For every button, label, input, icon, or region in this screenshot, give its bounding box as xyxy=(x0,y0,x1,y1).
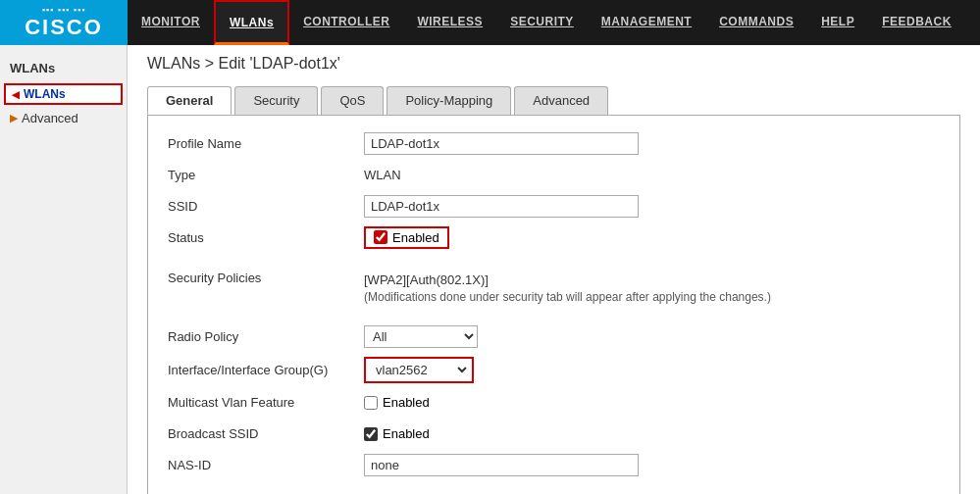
security-policies-label: Security Policies xyxy=(168,271,364,285)
main-content: WLANs > Edit 'LDAP-dot1x' General Securi… xyxy=(128,45,980,494)
tabs-bar: General Security QoS Policy-Mapping Adva… xyxy=(147,86,960,116)
cisco-logo: ▪▪▪ ▪▪▪ ▪▪▪ CISCO xyxy=(0,0,128,45)
broadcast-label: Broadcast SSID xyxy=(168,426,364,441)
radio-policy-row: Radio Policy All 802.11a only 802.11b/g … xyxy=(168,325,940,349)
nasid-row: NAS-ID xyxy=(168,454,940,477)
nav-wireless[interactable]: WIRELESS xyxy=(403,0,496,45)
multicast-wrapper: Enabled xyxy=(364,395,430,410)
top-navigation: ▪▪▪ ▪▪▪ ▪▪▪ CISCO MONITOR WLANs CONTROLL… xyxy=(0,0,980,45)
multicast-row: Multicast Vlan Feature Enabled xyxy=(168,391,940,415)
multicast-text: Enabled xyxy=(383,395,430,410)
status-label: Status xyxy=(168,230,364,245)
security-policies-row: Security Policies [WPA2][Auth(802.1X)] (… xyxy=(168,271,940,304)
ssid-label: SSID xyxy=(168,199,364,214)
interface-label: Interface/Interface Group(G) xyxy=(168,363,364,377)
security-policies-value-block: [WPA2][Auth(802.1X)] (Modifications done… xyxy=(364,271,771,304)
nav-monitor[interactable]: MONITOR xyxy=(128,0,214,45)
broadcast-row: Broadcast SSID Enabled xyxy=(168,422,940,446)
profile-name-label: Profile Name xyxy=(168,136,364,151)
form-area: Profile Name Type WLAN SSID Status Enabl… xyxy=(147,116,960,494)
security-policies-value: [WPA2][Auth(802.1X)] xyxy=(364,271,771,290)
sidebar: WLANs ◀ WLANs ▶ Advanced xyxy=(0,45,128,494)
nav-management[interactable]: MANAGEMENT xyxy=(588,0,705,45)
ssid-input[interactable] xyxy=(364,195,639,218)
sidebar-section-title: WLANs xyxy=(0,55,127,81)
nasid-label: NAS-ID xyxy=(168,458,364,472)
sidebar-advanced-arrow-icon: ▶ xyxy=(10,112,18,124)
profile-name-input[interactable] xyxy=(364,132,639,155)
nav-security[interactable]: SECURITY xyxy=(496,0,588,45)
sidebar-arrow-icon: ◀ xyxy=(12,89,20,100)
cisco-logo-dots: ▪▪▪ ▪▪▪ ▪▪▪ xyxy=(25,6,103,15)
type-value: WLAN xyxy=(364,168,401,182)
type-label: Type xyxy=(168,168,364,182)
page-wrapper: WLANs ◀ WLANs ▶ Advanced WLANs > Edit 'L… xyxy=(0,45,980,494)
nasid-input[interactable] xyxy=(364,454,639,476)
status-row: Status Enabled xyxy=(168,225,940,249)
sidebar-advanced-label: Advanced xyxy=(22,111,78,125)
interface-select[interactable]: vlan2562 management virtual xyxy=(368,360,470,380)
multicast-label: Multicast Vlan Feature xyxy=(168,395,364,410)
tab-advanced[interactable]: Advanced xyxy=(514,86,608,115)
type-row: Type WLAN xyxy=(168,163,940,186)
security-policies-note: (Modifications done under security tab w… xyxy=(364,290,771,304)
nav-controller[interactable]: CONTROLLER xyxy=(289,0,403,45)
status-checkbox[interactable] xyxy=(374,230,387,244)
tab-security[interactable]: Security xyxy=(234,86,318,115)
multicast-checkbox[interactable] xyxy=(364,396,378,410)
cisco-logo-name: CISCO xyxy=(25,15,103,40)
profile-name-row: Profile Name xyxy=(168,131,940,155)
sidebar-wlans-label: WLANs xyxy=(24,87,66,101)
tab-qos[interactable]: QoS xyxy=(321,86,384,115)
sidebar-item-advanced[interactable]: ▶ Advanced xyxy=(0,107,127,129)
sidebar-item-wlans[interactable]: ◀ WLANs xyxy=(4,83,123,105)
status-text: Enabled xyxy=(392,230,439,245)
broadcast-wrapper: Enabled xyxy=(364,426,430,441)
nav-help[interactable]: HELP xyxy=(807,0,868,45)
radio-policy-select[interactable]: All 802.11a only 802.11b/g only 802.11g … xyxy=(364,325,478,348)
broadcast-text: Enabled xyxy=(383,426,430,441)
page-title: WLANs > Edit 'LDAP-dot1x' xyxy=(147,55,960,73)
nav-feedback[interactable]: FEEDBACK xyxy=(868,0,965,45)
interface-row: Interface/Interface Group(G) vlan2562 ma… xyxy=(168,357,940,383)
radio-policy-label: Radio Policy xyxy=(168,329,364,344)
nav-menu: MONITOR WLANs CONTROLLER WIRELESS SECURI… xyxy=(128,0,965,45)
interface-wrapper: vlan2562 management virtual xyxy=(364,357,474,383)
nav-wlans[interactable]: WLANs xyxy=(214,0,289,45)
status-wrapper: Enabled xyxy=(364,226,449,249)
ssid-row: SSID xyxy=(168,194,940,218)
tab-general[interactable]: General xyxy=(147,86,232,115)
tab-policy-mapping[interactable]: Policy-Mapping xyxy=(387,86,511,115)
broadcast-checkbox[interactable] xyxy=(364,427,378,441)
nav-commands[interactable]: COMMANDS xyxy=(705,0,807,45)
